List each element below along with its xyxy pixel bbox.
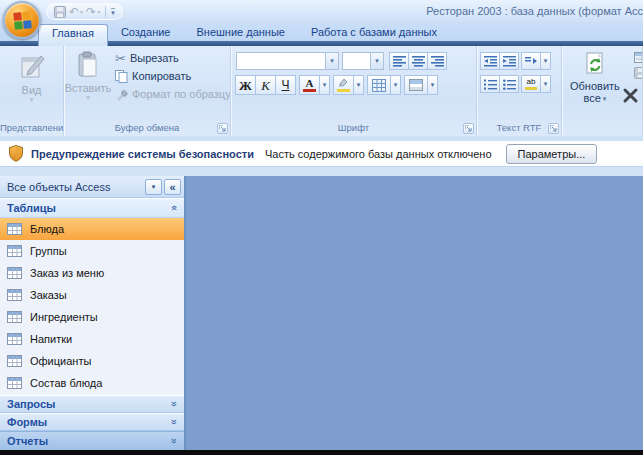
gridlines-dropdown-icon[interactable]: ▾ — [390, 75, 401, 95]
nav-item-label: Заказы — [30, 289, 67, 301]
undo-button[interactable]: ↶▾ — [69, 6, 83, 18]
nav-section-queries[interactable]: Запросы « — [0, 395, 184, 413]
align-right-button[interactable] — [427, 52, 447, 70]
fill-color-button[interactable] — [333, 75, 354, 95]
save-button[interactable] — [54, 6, 66, 18]
copy-label: Копировать — [132, 70, 191, 82]
refresh-all-button[interactable]: Обновить все▾ — [570, 46, 620, 120]
cut-button[interactable]: ✂ Вырезать — [112, 49, 230, 67]
office-button[interactable] — [3, 1, 41, 39]
security-options-button[interactable]: Параметры... — [506, 144, 598, 164]
copy-button[interactable]: Копировать — [112, 67, 230, 85]
refresh-all-label-2: все — [583, 92, 600, 104]
font-dialog-launcher[interactable] — [463, 123, 474, 134]
align-left-icon — [393, 56, 406, 67]
views-group-label: Представления — [0, 120, 63, 136]
nav-section-forms[interactable]: Формы « — [0, 413, 184, 431]
paste-button[interactable]: Вставить ▾ — [65, 46, 111, 120]
increase-indent-button[interactable] — [499, 52, 519, 70]
text-direction-button[interactable] — [521, 52, 541, 70]
nav-item-label: Заказ из меню — [30, 267, 104, 279]
security-warning-title: Предупреждение системы безопасности — [31, 148, 254, 160]
clipboard-dialog-launcher[interactable] — [217, 123, 228, 134]
fill-color-dropdown-icon[interactable]: ▾ — [353, 75, 364, 95]
nav-item-table[interactable]: Ингредиенты — [0, 306, 184, 328]
new-record-icon — [634, 51, 643, 64]
qat-separator — [105, 6, 106, 17]
content-area: Все объекты Access ▾ « Таблицы « Блюда Г… — [0, 176, 643, 450]
italic-button[interactable]: К — [255, 75, 276, 95]
bold-button[interactable]: Ж — [235, 75, 256, 95]
font-name-dropdown-icon[interactable]: ▾ — [325, 53, 338, 69]
undo-icon: ↶ — [69, 6, 79, 18]
dialog-launcher-icon — [219, 125, 226, 132]
new-record-button[interactable] — [634, 49, 643, 65]
expand-section-icon: « — [169, 438, 179, 444]
fill-color-bucket-icon — [337, 78, 350, 88]
clipboard-icon — [75, 51, 101, 79]
security-bottom-strip — [0, 166, 643, 176]
nav-section-reports-label: Отчеты — [7, 435, 48, 447]
font-size-combo[interactable]: ▾ — [342, 52, 384, 70]
quick-access-toolbar: ↶▾ ↷▾ ▾ — [46, 3, 123, 20]
font-color-button[interactable]: А — [299, 75, 320, 95]
nav-item-table[interactable]: Заказ из меню — [0, 262, 184, 284]
delete-x-icon — [622, 87, 639, 104]
paste-dropdown-icon: ▾ — [86, 94, 90, 101]
font-name-combo[interactable]: ▾ — [236, 52, 339, 70]
navigation-menu-button[interactable]: ▾ — [145, 179, 162, 195]
table-icon — [7, 355, 22, 367]
align-center-button[interactable] — [408, 52, 428, 70]
format-painter-button[interactable]: Формат по образцу — [112, 85, 230, 103]
gridlines-button[interactable] — [367, 75, 391, 95]
tab-home[interactable]: Главная — [38, 24, 108, 46]
table-icon — [7, 311, 22, 323]
nav-section-tables[interactable]: Таблицы « — [0, 198, 184, 218]
nav-item-table[interactable]: Официанты — [0, 350, 184, 372]
bullet-list-button[interactable] — [499, 75, 519, 93]
numbered-list-button[interactable] — [480, 75, 500, 93]
clipboard-group-label: Буфер обмена — [64, 120, 230, 136]
rich-text-dialog-launcher[interactable] — [548, 123, 559, 134]
view-button[interactable]: Вид ▾ — [7, 46, 57, 103]
navigation-pane-header: Все объекты Access ▾ « — [0, 176, 184, 198]
nav-section-reports[interactable]: Отчеты « — [0, 431, 184, 450]
highlight-color-button[interactable]: ab — [521, 75, 541, 93]
font-size-dropdown-icon[interactable]: ▾ — [370, 53, 383, 69]
nav-item-table[interactable]: Группы — [0, 240, 184, 262]
font-color-dropdown-icon[interactable]: ▾ — [319, 75, 330, 95]
bold-label: Ж — [239, 79, 252, 92]
underline-button[interactable]: Ч — [275, 75, 296, 95]
paste-button-label: Вставить — [65, 82, 112, 94]
delete-record-button[interactable] — [622, 87, 643, 103]
nav-item-label: Состав блюда — [30, 377, 102, 389]
tab-external-data[interactable]: Внешние данные — [184, 24, 298, 41]
save-record-button[interactable] — [634, 65, 643, 81]
align-left-button[interactable] — [389, 52, 409, 70]
text-direction-dropdown-icon[interactable]: ▾ — [540, 52, 551, 70]
alternate-fill-button[interactable] — [404, 75, 428, 95]
font-group-label: Шрифт — [231, 120, 476, 136]
font-name-value — [237, 53, 325, 69]
customize-qat-button[interactable]: ▾ — [111, 8, 115, 16]
shutter-close-button[interactable]: « — [164, 179, 181, 195]
office-logo-icon — [13, 11, 32, 30]
tab-database-tools[interactable]: Работа с базами данных — [298, 24, 450, 41]
alternate-fill-dropdown-icon[interactable]: ▾ — [427, 75, 438, 95]
main-workspace — [186, 176, 643, 450]
nav-item-table[interactable]: Заказы — [0, 284, 184, 306]
redo-button[interactable]: ↷▾ — [86, 6, 100, 18]
nav-item-table[interactable]: Блюда — [0, 218, 184, 240]
font-color-bar — [303, 89, 316, 92]
tab-create[interactable]: Создание — [108, 24, 184, 41]
ribbon-group-font: ▾ ▾ Ж К Ч А — [231, 46, 477, 136]
nav-item-table[interactable]: Состав блюда — [0, 372, 184, 394]
cut-label: Вырезать — [130, 52, 179, 64]
title-bar: ↶▾ ↷▾ ▾ Ресторан 2003 : база данных (фор… — [0, 0, 643, 24]
highlight-dropdown-icon[interactable]: ▾ — [540, 75, 551, 93]
nav-item-label: Группы — [30, 245, 67, 257]
decrease-indent-button[interactable] — [480, 52, 500, 70]
redo-icon: ↷ — [86, 6, 96, 18]
nav-item-table[interactable]: Напитки — [0, 328, 184, 350]
font-size-value — [343, 53, 370, 69]
